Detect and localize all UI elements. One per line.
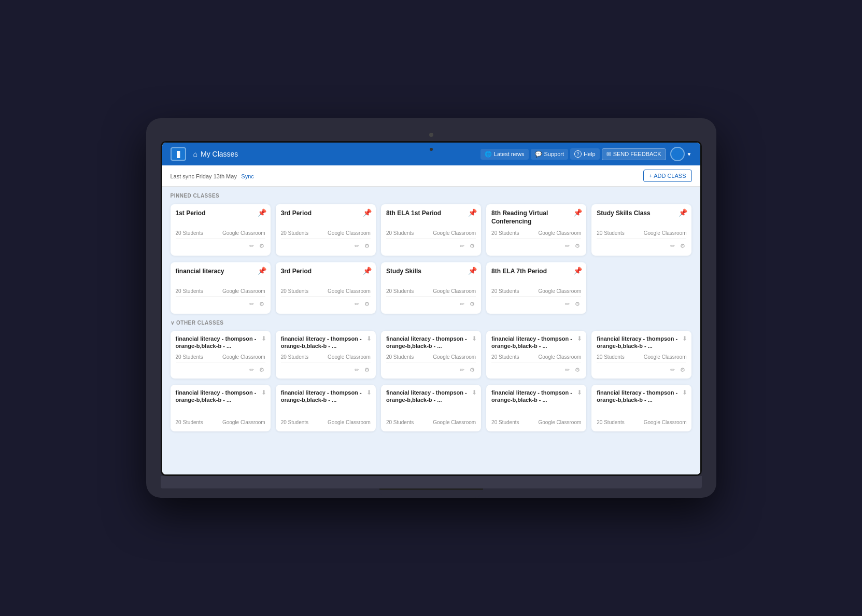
edit-icon[interactable]: ✏ (669, 366, 676, 374)
pinned-class-card-5[interactable]: 📌 Study Skills Class 20 Students Google … (591, 204, 691, 256)
edit-icon[interactable]: ✏ (248, 366, 255, 374)
other-class-card-7[interactable]: ⬇ financial literacy - thompson - orange… (276, 385, 376, 431)
class-source: Google Classroom (538, 354, 581, 360)
edit-icon[interactable]: ✏ (564, 366, 571, 374)
settings-icon[interactable]: ⚙ (574, 242, 581, 250)
help-button[interactable]: ? Help (570, 148, 600, 160)
class-meta: 20 Students Google Classroom (281, 288, 371, 294)
other-class-card-6[interactable]: ⬇ financial literacy - thompson - orange… (171, 385, 271, 431)
class-name: financial literacy - thompson - orange-b… (281, 389, 363, 404)
add-class-button[interactable]: + ADD CLASS (643, 170, 691, 182)
settings-icon[interactable]: ⚙ (469, 300, 476, 309)
pinned-class-card-2[interactable]: 📌 3rd Period 20 Students Google Classroo… (276, 204, 376, 256)
class-name: Study Skills Class (597, 209, 678, 218)
pinned-class-card-8[interactable]: 📌 Study Skills 20 Students Google Classr… (381, 262, 481, 314)
class-meta: 20 Students Google Classroom (386, 354, 476, 360)
support-button[interactable]: 💬 Support (531, 149, 569, 160)
pin-icon: 📌 (468, 208, 477, 217)
settings-icon[interactable]: ⚙ (679, 366, 686, 374)
edit-icon[interactable]: ✏ (354, 366, 360, 374)
edit-icon[interactable]: ✏ (459, 300, 465, 309)
settings-icon[interactable]: ⚙ (679, 242, 686, 250)
topbar-right: 🌐 Latest news 💬 Support ? Help ✉ SEND FE… (481, 147, 692, 161)
other-class-card-10[interactable]: ⬇ financial literacy - thompson - orange… (591, 385, 691, 431)
user-avatar[interactable]: 👤 (670, 147, 685, 161)
dropdown-chevron-icon[interactable]: ▼ (687, 151, 692, 157)
class-meta: 20 Students Google Classroom (491, 230, 581, 236)
laptop-stand (379, 488, 483, 498)
settings-icon[interactable]: ⚙ (574, 366, 581, 374)
students-count: 20 Students (281, 354, 308, 360)
unpin-icon: ⬇ (682, 389, 687, 396)
news-icon: 🌐 (485, 151, 492, 158)
other-class-card-4[interactable]: ⬇ financial literacy - thompson - orange… (486, 331, 586, 379)
class-source: Google Classroom (222, 354, 265, 360)
sync-link[interactable]: Sync (241, 173, 253, 179)
class-source: Google Classroom (328, 288, 371, 294)
class-source: Google Classroom (328, 230, 371, 236)
pinned-class-card-6[interactable]: 📌 financial literacy 20 Students Google … (171, 262, 271, 314)
edit-icon[interactable]: ✏ (354, 242, 360, 250)
settings-icon[interactable]: ⚙ (363, 300, 371, 309)
edit-icon[interactable]: ✏ (248, 242, 255, 250)
class-meta: 20 Students Google Classroom (491, 288, 581, 294)
students-count: 20 Students (597, 230, 624, 236)
other-class-card-9[interactable]: ⬇ financial literacy - thompson - orange… (486, 385, 586, 431)
settings-icon[interactable]: ⚙ (258, 242, 265, 250)
edit-icon[interactable]: ✏ (459, 366, 465, 374)
class-name: financial literacy - thompson - orange-b… (386, 335, 469, 350)
pinned-class-card-3[interactable]: 📌 8th ELA 1st Period 20 Students Google … (381, 204, 481, 256)
students-count: 20 Students (386, 230, 414, 236)
edit-icon[interactable]: ✏ (248, 300, 255, 309)
pinned-class-card-9[interactable]: 📌 8th ELA 7th Period 20 Students Google … (486, 262, 586, 314)
class-source: Google Classroom (644, 230, 687, 236)
students-count: 20 Students (281, 288, 308, 294)
card-actions: ✏ ⚙ (176, 362, 265, 374)
class-name: financial literacy - thompson - orange-b… (597, 335, 679, 350)
class-meta: 20 Students Google Classroom (281, 354, 371, 360)
latest-news-button[interactable]: 🌐 Latest news (481, 149, 529, 160)
settings-icon[interactable]: ⚙ (258, 300, 265, 309)
feedback-label: SEND FEEDBACK (613, 151, 661, 157)
edit-icon[interactable]: ✏ (564, 300, 571, 309)
pin-icon: 📌 (468, 267, 477, 275)
settings-icon[interactable]: ⚙ (574, 300, 581, 309)
other-class-card-5[interactable]: ⬇ financial literacy - thompson - orange… (591, 331, 691, 379)
class-name: financial literacy (176, 268, 257, 276)
card-actions: ✏ ⚙ (491, 362, 581, 374)
card-actions: ✏ ⚙ (386, 296, 476, 309)
pinned-class-card-4[interactable]: 📌 8th Reading Virtual Conferencing 20 St… (486, 204, 586, 256)
help-label: Help (584, 151, 596, 157)
settings-icon[interactable]: ⚙ (363, 242, 371, 250)
class-meta: 20 Students Google Classroom (597, 354, 686, 360)
settings-icon[interactable]: ⚙ (363, 366, 371, 374)
edit-icon[interactable]: ✏ (669, 242, 676, 250)
pinned-class-card-7[interactable]: 📌 3rd Period 20 Students Google Classroo… (276, 262, 376, 314)
settings-icon[interactable]: ⚙ (258, 366, 265, 374)
unpin-icon: ⬇ (472, 389, 477, 396)
settings-icon[interactable]: ⚙ (469, 366, 476, 374)
send-feedback-button[interactable]: ✉ SEND FEEDBACK (602, 148, 666, 160)
other-class-card-3[interactable]: ⬇ financial literacy - thompson - orange… (381, 331, 481, 379)
other-section-label[interactable]: ∨ OTHER CLASSES (171, 320, 692, 326)
edit-icon[interactable]: ✏ (354, 300, 360, 309)
class-source: Google Classroom (644, 419, 687, 425)
main-content: PINNED CLASSES 📌 1st Period 20 Students … (162, 187, 700, 474)
pinned-class-card-1[interactable]: 📌 1st Period 20 Students Google Classroo… (171, 204, 271, 256)
class-meta: 20 Students Google Classroom (386, 230, 476, 236)
class-meta: 20 Students Google Classroom (597, 230, 686, 236)
settings-icon[interactable]: ⚙ (469, 242, 476, 250)
class-name: financial literacy - thompson - orange-b… (281, 335, 363, 350)
other-class-card-2[interactable]: ⬇ financial literacy - thompson - orange… (276, 331, 376, 379)
edit-icon[interactable]: ✏ (564, 242, 571, 250)
class-name: 8th Reading Virtual Conferencing (491, 209, 573, 226)
other-label-text: OTHER CLASSES (176, 320, 224, 326)
sync-text: Last sync Friday 13th May (171, 173, 237, 179)
avatar-icon: 👤 (673, 150, 681, 158)
unpin-icon: ⬇ (682, 335, 687, 342)
home-icon: ⌂ (193, 150, 197, 158)
students-count: 20 Students (491, 288, 519, 294)
other-class-card-8[interactable]: ⬇ financial literacy - thompson - orange… (381, 385, 481, 431)
edit-icon[interactable]: ✏ (459, 242, 465, 250)
other-class-card-1[interactable]: ⬇ financial literacy - thompson - orange… (171, 331, 271, 379)
